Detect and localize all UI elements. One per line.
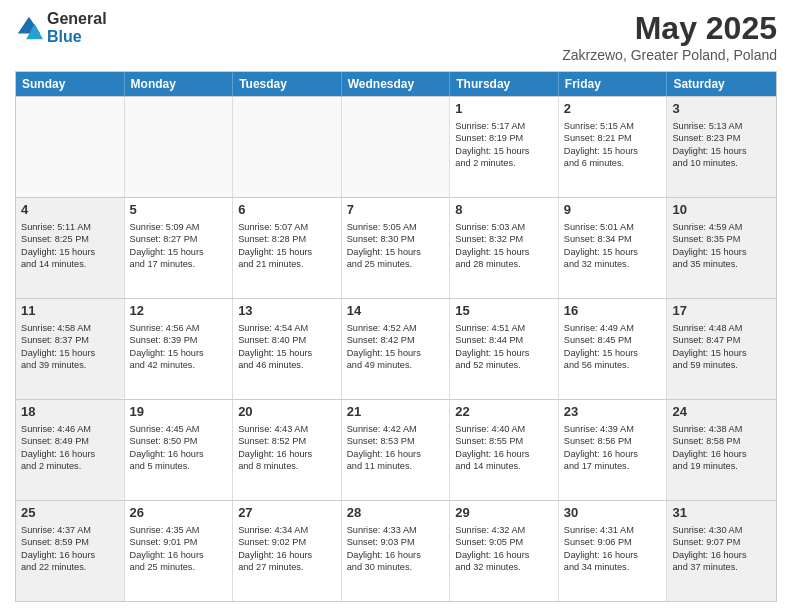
day-number: 29	[455, 505, 553, 522]
day-number: 13	[238, 303, 336, 320]
cell-info: Sunrise: 4:34 AM Sunset: 9:02 PM Dayligh…	[238, 524, 336, 574]
day-cell-10: 10Sunrise: 4:59 AM Sunset: 8:35 PM Dayli…	[667, 198, 776, 298]
cell-info: Sunrise: 4:38 AM Sunset: 8:58 PM Dayligh…	[672, 423, 771, 473]
cell-info: Sunrise: 4:58 AM Sunset: 8:37 PM Dayligh…	[21, 322, 119, 372]
page-title: May 2025	[562, 10, 777, 47]
day-number: 3	[672, 101, 771, 118]
cell-info: Sunrise: 4:56 AM Sunset: 8:39 PM Dayligh…	[130, 322, 228, 372]
cell-info: Sunrise: 5:11 AM Sunset: 8:25 PM Dayligh…	[21, 221, 119, 271]
day-number: 27	[238, 505, 336, 522]
cell-info: Sunrise: 4:51 AM Sunset: 8:44 PM Dayligh…	[455, 322, 553, 372]
cell-info: Sunrise: 4:30 AM Sunset: 9:07 PM Dayligh…	[672, 524, 771, 574]
day-cell-29: 29Sunrise: 4:32 AM Sunset: 9:05 PM Dayli…	[450, 501, 559, 601]
day-cell-12: 12Sunrise: 4:56 AM Sunset: 8:39 PM Dayli…	[125, 299, 234, 399]
day-cell-4: 4Sunrise: 5:11 AM Sunset: 8:25 PM Daylig…	[16, 198, 125, 298]
day-number: 15	[455, 303, 553, 320]
week-row-1: 1Sunrise: 5:17 AM Sunset: 8:19 PM Daylig…	[16, 96, 776, 197]
day-cell-13: 13Sunrise: 4:54 AM Sunset: 8:40 PM Dayli…	[233, 299, 342, 399]
logo-text: General Blue	[47, 10, 107, 45]
day-cell-15: 15Sunrise: 4:51 AM Sunset: 8:44 PM Dayli…	[450, 299, 559, 399]
weekday-header-tuesday: Tuesday	[233, 72, 342, 96]
cell-info: Sunrise: 4:37 AM Sunset: 8:59 PM Dayligh…	[21, 524, 119, 574]
cell-info: Sunrise: 5:01 AM Sunset: 8:34 PM Dayligh…	[564, 221, 662, 271]
page: General Blue May 2025 Zakrzewo, Greater …	[0, 0, 792, 612]
day-number: 12	[130, 303, 228, 320]
weekday-header-monday: Monday	[125, 72, 234, 96]
day-number: 10	[672, 202, 771, 219]
day-cell-6: 6Sunrise: 5:07 AM Sunset: 8:28 PM Daylig…	[233, 198, 342, 298]
day-number: 28	[347, 505, 445, 522]
cell-info: Sunrise: 4:32 AM Sunset: 9:05 PM Dayligh…	[455, 524, 553, 574]
day-cell-16: 16Sunrise: 4:49 AM Sunset: 8:45 PM Dayli…	[559, 299, 668, 399]
day-number: 22	[455, 404, 553, 421]
day-number: 4	[21, 202, 119, 219]
cell-info: Sunrise: 5:09 AM Sunset: 8:27 PM Dayligh…	[130, 221, 228, 271]
day-cell-1: 1Sunrise: 5:17 AM Sunset: 8:19 PM Daylig…	[450, 97, 559, 197]
day-cell-24: 24Sunrise: 4:38 AM Sunset: 8:58 PM Dayli…	[667, 400, 776, 500]
cell-info: Sunrise: 4:54 AM Sunset: 8:40 PM Dayligh…	[238, 322, 336, 372]
day-cell-19: 19Sunrise: 4:45 AM Sunset: 8:50 PM Dayli…	[125, 400, 234, 500]
logo: General Blue	[15, 10, 107, 45]
cell-info: Sunrise: 4:48 AM Sunset: 8:47 PM Dayligh…	[672, 322, 771, 372]
cell-info: Sunrise: 4:52 AM Sunset: 8:42 PM Dayligh…	[347, 322, 445, 372]
day-number: 7	[347, 202, 445, 219]
week-row-2: 4Sunrise: 5:11 AM Sunset: 8:25 PM Daylig…	[16, 197, 776, 298]
day-cell-11: 11Sunrise: 4:58 AM Sunset: 8:37 PM Dayli…	[16, 299, 125, 399]
cell-info: Sunrise: 5:05 AM Sunset: 8:30 PM Dayligh…	[347, 221, 445, 271]
day-number: 31	[672, 505, 771, 522]
logo-icon	[15, 14, 43, 42]
calendar: SundayMondayTuesdayWednesdayThursdayFrid…	[15, 71, 777, 602]
cell-info: Sunrise: 5:03 AM Sunset: 8:32 PM Dayligh…	[455, 221, 553, 271]
day-cell-17: 17Sunrise: 4:48 AM Sunset: 8:47 PM Dayli…	[667, 299, 776, 399]
cell-info: Sunrise: 4:31 AM Sunset: 9:06 PM Dayligh…	[564, 524, 662, 574]
weekday-header-saturday: Saturday	[667, 72, 776, 96]
empty-cell	[125, 97, 234, 197]
cell-info: Sunrise: 5:13 AM Sunset: 8:23 PM Dayligh…	[672, 120, 771, 170]
calendar-body: 1Sunrise: 5:17 AM Sunset: 8:19 PM Daylig…	[16, 96, 776, 601]
day-cell-22: 22Sunrise: 4:40 AM Sunset: 8:55 PM Dayli…	[450, 400, 559, 500]
cell-info: Sunrise: 4:59 AM Sunset: 8:35 PM Dayligh…	[672, 221, 771, 271]
day-number: 2	[564, 101, 662, 118]
logo-general: General	[47, 10, 107, 28]
day-number: 6	[238, 202, 336, 219]
cell-info: Sunrise: 4:40 AM Sunset: 8:55 PM Dayligh…	[455, 423, 553, 473]
cell-info: Sunrise: 4:39 AM Sunset: 8:56 PM Dayligh…	[564, 423, 662, 473]
day-number: 19	[130, 404, 228, 421]
cell-info: Sunrise: 4:49 AM Sunset: 8:45 PM Dayligh…	[564, 322, 662, 372]
page-subtitle: Zakrzewo, Greater Poland, Poland	[562, 47, 777, 63]
day-cell-14: 14Sunrise: 4:52 AM Sunset: 8:42 PM Dayli…	[342, 299, 451, 399]
day-number: 18	[21, 404, 119, 421]
empty-cell	[233, 97, 342, 197]
cell-info: Sunrise: 4:46 AM Sunset: 8:49 PM Dayligh…	[21, 423, 119, 473]
day-number: 23	[564, 404, 662, 421]
day-number: 11	[21, 303, 119, 320]
calendar-header: SundayMondayTuesdayWednesdayThursdayFrid…	[16, 72, 776, 96]
day-number: 9	[564, 202, 662, 219]
day-cell-25: 25Sunrise: 4:37 AM Sunset: 8:59 PM Dayli…	[16, 501, 125, 601]
cell-info: Sunrise: 5:17 AM Sunset: 8:19 PM Dayligh…	[455, 120, 553, 170]
day-number: 1	[455, 101, 553, 118]
day-number: 20	[238, 404, 336, 421]
week-row-4: 18Sunrise: 4:46 AM Sunset: 8:49 PM Dayli…	[16, 399, 776, 500]
day-cell-5: 5Sunrise: 5:09 AM Sunset: 8:27 PM Daylig…	[125, 198, 234, 298]
weekday-header-wednesday: Wednesday	[342, 72, 451, 96]
day-number: 30	[564, 505, 662, 522]
day-number: 25	[21, 505, 119, 522]
cell-info: Sunrise: 4:42 AM Sunset: 8:53 PM Dayligh…	[347, 423, 445, 473]
cell-info: Sunrise: 5:07 AM Sunset: 8:28 PM Dayligh…	[238, 221, 336, 271]
header: General Blue May 2025 Zakrzewo, Greater …	[15, 10, 777, 63]
day-number: 21	[347, 404, 445, 421]
day-cell-28: 28Sunrise: 4:33 AM Sunset: 9:03 PM Dayli…	[342, 501, 451, 601]
day-number: 26	[130, 505, 228, 522]
day-number: 8	[455, 202, 553, 219]
day-cell-31: 31Sunrise: 4:30 AM Sunset: 9:07 PM Dayli…	[667, 501, 776, 601]
day-cell-20: 20Sunrise: 4:43 AM Sunset: 8:52 PM Dayli…	[233, 400, 342, 500]
cell-info: Sunrise: 4:45 AM Sunset: 8:50 PM Dayligh…	[130, 423, 228, 473]
week-row-3: 11Sunrise: 4:58 AM Sunset: 8:37 PM Dayli…	[16, 298, 776, 399]
cell-info: Sunrise: 4:35 AM Sunset: 9:01 PM Dayligh…	[130, 524, 228, 574]
weekday-header-thursday: Thursday	[450, 72, 559, 96]
day-number: 16	[564, 303, 662, 320]
cell-info: Sunrise: 4:43 AM Sunset: 8:52 PM Dayligh…	[238, 423, 336, 473]
day-cell-2: 2Sunrise: 5:15 AM Sunset: 8:21 PM Daylig…	[559, 97, 668, 197]
empty-cell	[342, 97, 451, 197]
